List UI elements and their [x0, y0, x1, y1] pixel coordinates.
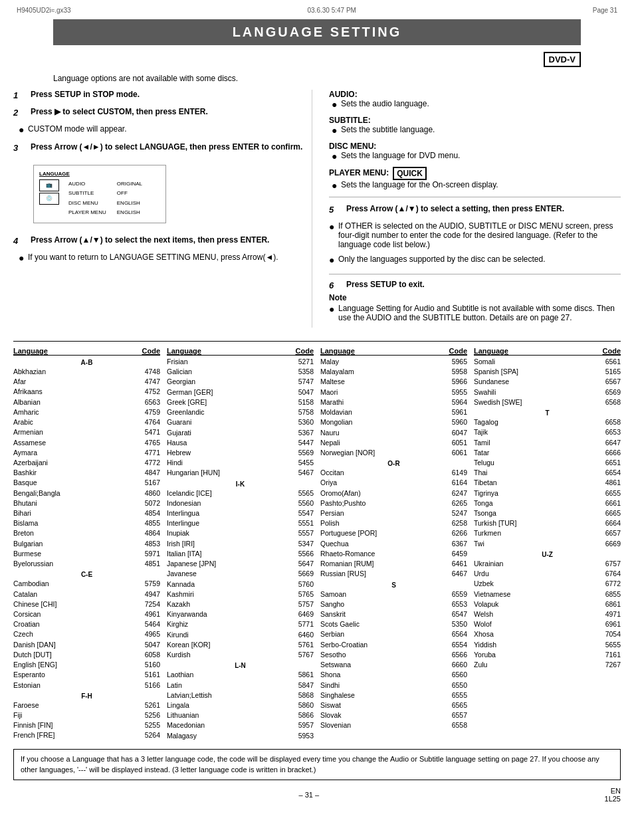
lang-row: Hebrew5569 [167, 448, 314, 458]
lang-row: Scots Gaelic5350 [320, 619, 467, 629]
lang-row: Sangho6553 [320, 599, 467, 609]
lang-col-2-ln: L-N [167, 662, 314, 669]
lang-row: Greek [GRE]5158 [167, 397, 314, 407]
step-1-num: 1 [13, 90, 27, 100]
lang-row: Byelorussian4851 [13, 559, 160, 569]
player-menu-label: PLAYER MENU: [329, 168, 389, 177]
lang-row: Oriya6164 [320, 478, 467, 488]
lang-col-4: Language Code Somali6561 Spanish [SPA]51… [474, 347, 621, 741]
lang-row: Italian [ITA]5566 [167, 549, 314, 559]
header-right: Page 31 [593, 7, 617, 14]
lang-row: Swedish [SWE]6568 [474, 397, 621, 407]
lang-table-section: Language Code A-B Abkhazian4748 Afar4747… [13, 341, 621, 741]
lang-row: Javanese5669 [167, 569, 314, 579]
main-content: 1 Press SETUP in STOP mode. 2 Press ▶ to… [13, 90, 621, 328]
lang-row: Bulgarian4853 [13, 539, 160, 549]
bullet-icon-2: ● [19, 253, 28, 264]
lang-row: Galician5358 [167, 367, 314, 377]
step-2: 2 Press ▶ to select CUSTOM, then press E… [13, 107, 305, 118]
dvd-badge: DVD-V [544, 52, 581, 67]
lang-row: Welsh4971 [474, 609, 621, 619]
lang-row: Kirghiz5771 [167, 619, 314, 629]
lang-row: Volapuk6861 [474, 599, 621, 609]
step-6-num: 6 [329, 280, 342, 290]
diagram-icon-dvd: 💿 [39, 193, 59, 205]
lang-row: Urdu6764 [474, 569, 621, 579]
lang-row: Irish [IRI]5347 [167, 539, 314, 549]
lang-row: Turkmen6657 [474, 528, 621, 538]
lang-col-3-header: Language Code [320, 347, 467, 356]
lang-row: French [FRE]5264 [13, 730, 160, 740]
lang-row: German [GER]5047 [167, 387, 314, 397]
lang-col-1-header-lang: Language [13, 347, 48, 355]
lang-row: Wolof6961 [474, 619, 621, 629]
lang-row: Thai6654 [474, 468, 621, 478]
step-6-text: Press SETUP to exit. [346, 280, 621, 289]
lang-row: Interlingua5547 [167, 508, 314, 518]
lang-col-4-t: T [474, 409, 621, 417]
player-menu-text: Sets the language for the On-screen disp… [341, 180, 498, 189]
lang-row: Slovenian6558 [320, 720, 467, 730]
lang-row: Japanese [JPN]5647 [167, 559, 314, 569]
lang-row: Dutch [DUT]6058 [13, 650, 160, 660]
lang-row: Gujarati5367 [167, 428, 314, 438]
page-title: LANGUAGE SETTING [53, 19, 581, 45]
menu-audio: AUDIO [68, 179, 106, 189]
lang-row: Sundanese6567 [474, 377, 621, 387]
step-6: 6 Press SETUP to exit. [329, 280, 621, 290]
lang-row: Breton4864 [13, 528, 160, 538]
subtitle-label: SUBTITLE: [329, 116, 371, 125]
step-2-num: 2 [13, 108, 27, 118]
lang-row: Fiji5256 [13, 710, 160, 720]
lang-row: Abkhazian4748 [13, 367, 160, 377]
menu-english2: ENGLISH [117, 208, 142, 217]
bullet-icon-only: ● [329, 255, 338, 266]
lang-col-1-header: Language Code [13, 347, 160, 356]
lang-col-2: Language Code Frisian5271 Galician5358 G… [167, 347, 314, 741]
step-3: 3 Press Arrow (◄/►) to select LANGUAGE, … [13, 142, 305, 153]
lang-col-3-header-lang: Language [320, 347, 355, 355]
lang-row: Setswana6660 [320, 660, 467, 670]
lang-row: Kazakh5757 [167, 599, 314, 609]
note-bullet-icon: ● [329, 304, 338, 315]
diagram-menu-right: ORIGINAL OFF ENGLISH ENGLISH [117, 179, 142, 218]
lang-col-3-header-code: Code [449, 347, 468, 355]
lang-row: Armenian5471 [13, 427, 160, 437]
lang-row: Guarani5360 [167, 417, 314, 427]
lang-row: Oromo(Afan)6247 [320, 488, 467, 498]
lang-row: Croatian5464 [13, 619, 160, 629]
lang-col-2-ik: I-K [167, 480, 314, 488]
step-1-text: Press SETUP in STOP mode. [31, 90, 305, 99]
lang-row: Arabic4764 [13, 417, 160, 427]
lang-row: Vietnamese6855 [474, 589, 621, 599]
step-3-num: 3 [13, 143, 27, 153]
step-5-text: Press Arrow (▲/▼) to select a setting, t… [346, 204, 621, 213]
lang-row: Yiddish5655 [474, 640, 621, 650]
lang-row: Somali6561 [474, 357, 621, 367]
page-bottom: – 31 – EN 1L25 [13, 787, 621, 803]
step-1: 1 Press SETUP in STOP mode. [13, 90, 305, 100]
lang-row: Quechua6367 [320, 539, 467, 549]
lang-row: Indonesian5560 [167, 498, 314, 508]
audio-section: AUDIO: ● Sets the audio language. [329, 90, 621, 110]
disc-menu-label: DISC MENU: [329, 142, 376, 151]
lang-row: Mongolian5960 [320, 417, 467, 427]
lang-row: Telugu6651 [474, 458, 621, 468]
header-left: H9405UD2i≈.gx33 [17, 7, 71, 14]
diagram-menu-left: AUDIO SUBTITLE DISC MENU PLAYER MENU [68, 179, 106, 218]
lang-row: Assamese4765 [13, 438, 160, 448]
lang-row: Laothian5861 [167, 670, 314, 680]
lang-row: Amharic4759 [13, 407, 160, 417]
lang-row: Latvian;Lettish5868 [167, 690, 314, 700]
bullet-only: ● Only the languages supported by the di… [329, 255, 621, 266]
audio-bullet: ● Sets the audio language. [332, 99, 621, 110]
bullet-other: ● If OTHER is selected on the AUDIO, SUB… [329, 221, 621, 249]
lang-col-1-fh: F-H [13, 692, 160, 700]
lang-row: Tajik6653 [474, 427, 621, 437]
audio-label: AUDIO: [329, 90, 358, 99]
lang-row: Portuguese [POR]6266 [320, 528, 467, 538]
lang-row: Yoruba7161 [474, 650, 621, 660]
lang-row: Greenlandic5758 [167, 407, 314, 417]
player-menu-bullet: ● Sets the language for the On-screen di… [332, 180, 621, 191]
lang-row: Maori5955 [320, 387, 467, 397]
